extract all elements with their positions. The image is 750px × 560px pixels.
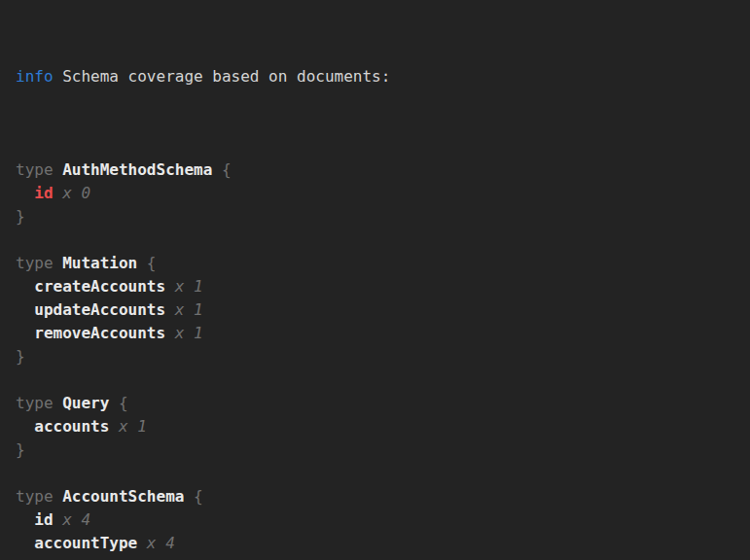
- close-brace: }: [16, 440, 25, 459]
- close-brace: }: [16, 207, 25, 226]
- close-brace-line: }: [16, 345, 740, 368]
- field-name: id: [34, 184, 53, 202]
- field-line: accounts x 1: [16, 415, 740, 438]
- indent: [16, 324, 34, 342]
- info-line: info Schema coverage based on documents:: [16, 65, 740, 88]
- field-name: accountType: [34, 534, 137, 552]
- close-brace-line: }: [16, 438, 740, 462]
- close-brace-line: }: [16, 205, 740, 228]
- field-name: id: [34, 510, 53, 529]
- blank-line: [16, 228, 740, 252]
- info-label: info: [16, 67, 54, 86]
- usage-count: x 4: [137, 534, 175, 552]
- open-brace: {: [137, 254, 156, 272]
- open-brace: {: [212, 160, 231, 179]
- type-keyword: type: [16, 160, 62, 179]
- indent: [16, 417, 34, 436]
- field-name: updateAccounts: [34, 300, 165, 319]
- type-declaration-line: type AccountSchema {: [16, 485, 740, 508]
- field-line: createAccounts x 1: [16, 275, 740, 298]
- usage-count: x 1: [165, 324, 203, 342]
- blank-line: [16, 368, 740, 392]
- usage-count: x 1: [109, 417, 147, 436]
- indent: [16, 277, 34, 296]
- spacer: [54, 67, 63, 86]
- usage-count: x 0: [54, 184, 91, 202]
- blank-line: [16, 462, 740, 485]
- field-line: accountType x 4: [16, 532, 740, 555]
- type-declaration-line: type AuthMethodSchema {: [16, 158, 740, 182]
- terminal-output: info Schema coverage based on documents:…: [0, 0, 750, 560]
- coverage-header: Schema coverage based on documents:: [62, 67, 390, 86]
- type-keyword: type: [16, 487, 62, 506]
- close-brace: }: [16, 347, 25, 366]
- field-line: id x 0: [16, 182, 740, 205]
- type-name: Mutation: [62, 254, 137, 272]
- usage-count: x 1: [165, 300, 203, 319]
- field-name: removeAccounts: [34, 324, 165, 342]
- indent: [16, 534, 34, 552]
- field-name: createAccounts: [34, 277, 165, 296]
- field-line: accountName x 4: [16, 555, 740, 560]
- indent: [16, 184, 34, 202]
- usage-count: x 1: [165, 277, 203, 296]
- open-brace: {: [184, 487, 202, 506]
- type-name: AuthMethodSchema: [62, 160, 212, 179]
- field-line: updateAccounts x 1: [16, 298, 740, 322]
- type-keyword: type: [16, 254, 62, 272]
- type-name: AccountSchema: [62, 487, 184, 506]
- type-declaration-line: type Mutation {: [16, 252, 740, 275]
- field-line: removeAccounts x 1: [16, 322, 740, 345]
- indent: [16, 510, 34, 529]
- open-brace: {: [109, 394, 127, 412]
- field-line: id x 4: [16, 508, 740, 532]
- coverage-blocks: type AuthMethodSchema { id x 0}type Muta…: [16, 135, 740, 560]
- indent: [16, 300, 34, 319]
- type-keyword: type: [16, 394, 62, 412]
- field-name: accounts: [34, 417, 109, 436]
- usage-count: x 4: [54, 510, 91, 529]
- type-name: Query: [62, 394, 109, 412]
- type-declaration-line: type Query {: [16, 392, 740, 415]
- blank-line: [16, 135, 740, 158]
